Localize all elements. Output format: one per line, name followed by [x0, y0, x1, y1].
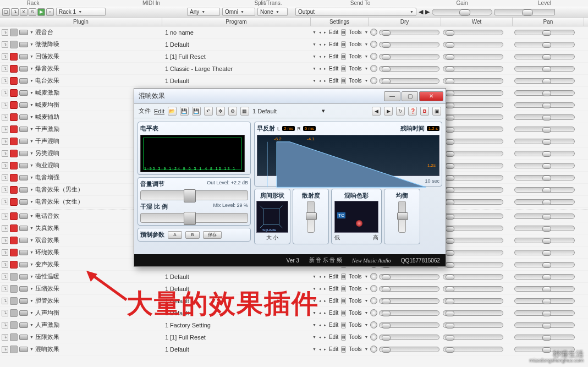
maximize-button[interactable]: ▢	[402, 91, 418, 101]
route-icon[interactable]: ↴	[2, 298, 8, 304]
route-icon[interactable]: ↴	[2, 310, 8, 316]
edit-link[interactable]: Edit	[329, 322, 338, 328]
settings-icon[interactable]: ▤	[341, 334, 346, 341]
pan-slider[interactable]	[514, 127, 575, 132]
route-icon[interactable]: ↴	[2, 322, 8, 328]
chevron-down-icon[interactable]: ▼	[30, 214, 34, 218]
plugin-row[interactable]: ↴▼人声均衡1 Default▼◂▸Edit▤Tools▼	[0, 307, 588, 319]
chevron-down-icon[interactable]: ▼	[30, 226, 34, 230]
wet-slider[interactable]	[443, 127, 503, 132]
settings-icon[interactable]: ▤	[341, 298, 346, 304]
fx-icon[interactable]	[10, 65, 18, 73]
wet-slider[interactable]	[443, 175, 503, 180]
wet-slider[interactable]	[443, 335, 503, 340]
route-icon[interactable]: ↴	[2, 65, 8, 72]
plugin-chip-icon[interactable]	[19, 262, 28, 267]
pan-slider[interactable]	[514, 114, 575, 120]
plugin-chip-icon[interactable]	[19, 54, 28, 59]
plugin-chip-icon[interactable]	[19, 298, 28, 304]
route-icon[interactable]: ↴	[2, 249, 8, 256]
tools-link[interactable]: Tools	[349, 322, 361, 328]
fx-icon[interactable]	[10, 309, 18, 317]
route-icon[interactable]: ↴	[2, 90, 8, 96]
wet-slider[interactable]	[443, 187, 503, 193]
dry-slider[interactable]	[379, 42, 439, 47]
dry-slider[interactable]	[379, 347, 439, 352]
rack-select[interactable]: Rack 1▼	[56, 8, 106, 16]
chevron-down-icon[interactable]: ▼	[30, 115, 34, 119]
chevron-down-icon[interactable]: ▼	[30, 176, 34, 179]
wet-slider[interactable]	[443, 54, 503, 59]
edit-link[interactable]: Edit	[329, 298, 338, 304]
wet-slider[interactable]	[443, 114, 503, 120]
gear-icon[interactable]: ⚙	[228, 107, 237, 116]
route-icon[interactable]: ↴	[2, 78, 8, 84]
dry-knob[interactable]	[370, 273, 377, 280]
close-button[interactable]: ✕	[419, 91, 443, 101]
settings-icon[interactable]: ▤	[341, 29, 346, 36]
dry-knob[interactable]	[370, 53, 377, 60]
chevron-down-icon[interactable]: ▼	[30, 287, 34, 291]
edit-link[interactable]: Edit	[329, 334, 338, 340]
fx-icon[interactable]	[10, 125, 18, 133]
tools-link[interactable]: Tools	[349, 298, 361, 304]
fx-icon[interactable]	[10, 162, 18, 169]
pan-slider[interactable]	[514, 30, 575, 35]
b-icon[interactable]: B	[420, 107, 429, 116]
dry-knob[interactable]	[370, 321, 377, 328]
fx-icon[interactable]	[10, 237, 18, 244]
plugin-row[interactable]: ↴▼胆管效果1 Default▼◂▸Edit▤Tools▼	[0, 295, 588, 307]
route-icon[interactable]: ↴	[2, 273, 8, 280]
dry-slider[interactable]	[379, 310, 439, 316]
plugin-chip-icon[interactable]	[19, 30, 28, 35]
dry-slider[interactable]	[379, 274, 439, 280]
chevron-down-icon[interactable]: ▼	[30, 262, 34, 266]
plugin-chip-icon[interactable]	[19, 286, 28, 292]
plugin-chip-icon[interactable]	[19, 274, 28, 280]
edit-link[interactable]: Edit	[329, 310, 338, 316]
out-level-slider[interactable]	[140, 190, 248, 200]
settings-icon[interactable]: ▤	[341, 346, 346, 353]
edit-link[interactable]: Edit	[329, 273, 338, 280]
chevron-down-icon[interactable]: ▼	[30, 139, 34, 143]
route-icon[interactable]: ↴	[2, 237, 8, 244]
plugin-window-titlebar[interactable]: 混响效果 — ▢ ✕	[134, 89, 446, 104]
plugin-row[interactable]: ↴▼压限效果1 [1] Full Reset▼◂▸Edit▤Tools▼	[0, 331, 588, 343]
prev-icon[interactable]: ◀	[372, 107, 381, 116]
sel-output[interactable]: Output▼	[295, 8, 416, 16]
chevron-down-icon[interactable]: ▼	[30, 238, 34, 242]
chevron-down-icon[interactable]: ▼	[30, 250, 34, 254]
edit-link[interactable]: Edit	[329, 65, 338, 72]
chevron-down-icon[interactable]: ▼	[30, 67, 34, 70]
diffusion-slider[interactable]	[307, 201, 315, 233]
plugin-chip-icon[interactable]	[19, 322, 28, 328]
dry-knob[interactable]	[370, 297, 377, 304]
plugin-row[interactable]: ↴▼人声激励1 Factory Setting▼◂▸Edit▤Tools▼	[0, 319, 588, 331]
edit-link[interactable]: Edit	[329, 53, 338, 59]
edit-link[interactable]: Edit	[329, 78, 338, 84]
plugin-chip-icon[interactable]	[19, 42, 28, 47]
tools-link[interactable]: Tools	[349, 273, 361, 280]
route-icon[interactable]: ↴	[2, 213, 8, 220]
preset-b-button[interactable]: B	[185, 231, 200, 239]
sel-omni[interactable]: Omni▼	[222, 8, 255, 16]
fx-icon[interactable]	[10, 198, 18, 206]
route-icon[interactable]: ↴	[2, 199, 8, 205]
plugin-row[interactable]: ↴▼压缩效果1 Default▼◂▸Edit▤Tools▼	[0, 283, 588, 295]
chevron-down-icon[interactable]: ▼	[30, 103, 34, 107]
sel-none[interactable]: None▼	[257, 8, 288, 16]
route-icon[interactable]: ↴	[2, 225, 8, 232]
fx-icon[interactable]	[10, 285, 18, 293]
dry-slider[interactable]	[379, 298, 439, 304]
chevron-down-icon[interactable]: ▼	[30, 299, 34, 303]
wet-slider[interactable]	[443, 274, 503, 280]
dry-slider[interactable]	[379, 66, 439, 72]
edit-link[interactable]: Edit	[329, 286, 338, 292]
fx-icon[interactable]	[10, 261, 18, 269]
pan-slider[interactable]	[514, 175, 575, 180]
settings-icon[interactable]: ▤	[341, 322, 346, 328]
pan-slider[interactable]	[514, 298, 575, 304]
chevron-down-icon[interactable]: ▼	[30, 347, 34, 351]
dry-knob[interactable]	[370, 285, 377, 292]
preset-save-button[interactable]: 保存	[203, 231, 222, 239]
